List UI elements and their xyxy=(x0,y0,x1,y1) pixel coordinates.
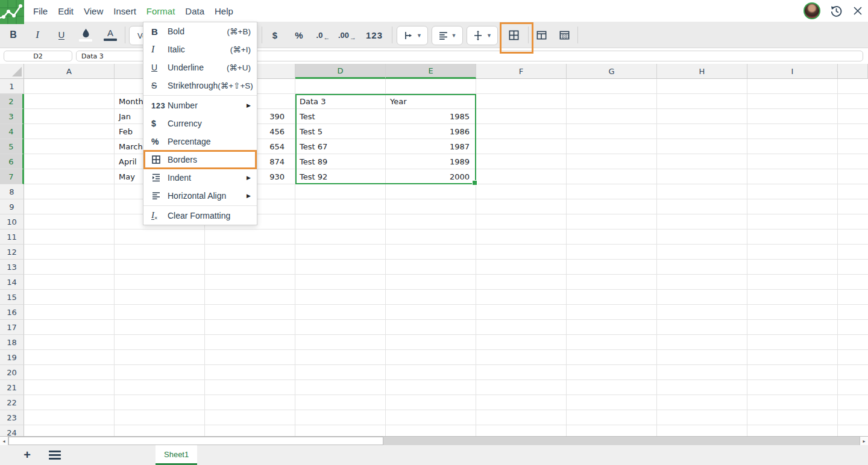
format-menu-item-bold[interactable]: BBold(⌘+B) xyxy=(143,22,257,40)
select-all-corner[interactable] xyxy=(0,64,24,79)
cell-name-box[interactable]: D2 xyxy=(4,51,72,61)
row-header-21[interactable]: 21 xyxy=(0,380,24,395)
format-menu-item-indent[interactable]: Indent▶ xyxy=(143,169,257,187)
format-menu-item-currency[interactable]: $Currency xyxy=(143,114,257,133)
column-header-G[interactable]: G xyxy=(567,64,657,79)
decrease-decimals-icon: .0← xyxy=(316,31,330,40)
column-header-partial[interactable] xyxy=(838,64,868,79)
column-header-E[interactable]: E xyxy=(386,64,476,79)
column-header-D[interactable]: D xyxy=(295,64,386,79)
scrollbar-thumb[interactable] xyxy=(8,437,383,445)
history-icon[interactable] xyxy=(830,5,843,17)
cell-D3[interactable]: Test xyxy=(295,109,386,124)
format-menu-item-percentage[interactable]: %Percentage xyxy=(143,133,257,151)
cell-D4[interactable]: Test 5 xyxy=(295,124,386,139)
row-header-13[interactable]: 13 xyxy=(0,260,24,275)
avatar[interactable] xyxy=(804,2,820,19)
row-header-1[interactable]: 1 xyxy=(0,79,24,94)
row-header-9[interactable]: 9 xyxy=(0,199,24,214)
cell-D2[interactable]: Data 3 xyxy=(295,94,386,109)
row-header-20[interactable]: 20 xyxy=(0,365,24,380)
format-menu-item-borders[interactable]: Borders xyxy=(143,151,257,169)
row-header-19[interactable]: 19 xyxy=(0,350,24,365)
row-header-4[interactable]: 4 xyxy=(0,124,24,139)
menu-item-edit[interactable]: Edit xyxy=(58,6,74,16)
table-header-button[interactable] xyxy=(530,25,552,45)
cell-D5[interactable]: Test 67 xyxy=(295,139,386,154)
cell-E4[interactable]: 1986 xyxy=(386,124,476,139)
row-header-2[interactable]: 2 xyxy=(0,94,24,109)
close-icon[interactable] xyxy=(852,5,863,16)
cell-D7[interactable]: Test 92 xyxy=(295,169,386,184)
horizontal-align-dropdown[interactable]: ▼ xyxy=(432,26,463,45)
row-header-22[interactable]: 22 xyxy=(0,395,24,410)
row-header-5[interactable]: 5 xyxy=(0,139,24,154)
menu-item-label: Bold xyxy=(168,27,184,36)
row-header-16[interactable]: 16 xyxy=(0,305,24,320)
format-menu-item-italic[interactable]: IItalic(⌘+I) xyxy=(143,40,257,58)
cell-E3[interactable]: 1985 xyxy=(386,109,476,124)
menu-item-view[interactable]: View xyxy=(84,6,103,16)
menu-item-insert[interactable]: Insert xyxy=(113,6,136,16)
scroll-left-arrow[interactable]: ◂ xyxy=(0,437,8,445)
cell-E2[interactable]: Year xyxy=(386,94,476,109)
sheet-tab-sheet1[interactable]: Sheet1 xyxy=(156,445,197,465)
cell-E5[interactable]: 1987 xyxy=(386,139,476,154)
row-header-17[interactable]: 17 xyxy=(0,320,24,335)
text-color-button[interactable]: A xyxy=(98,25,122,45)
row-header-12[interactable]: 12 xyxy=(0,245,24,260)
toolbar-divider xyxy=(500,27,501,43)
format-menu-item-underline[interactable]: UUnderline(⌘+U) xyxy=(143,58,257,76)
row-header-8[interactable]: 8 xyxy=(0,184,24,199)
column-header-I[interactable]: I xyxy=(747,64,838,79)
format-menu-item-horizontal-align[interactable]: Horizontal Align▶ xyxy=(143,187,257,205)
row-header-24[interactable]: 24 xyxy=(0,425,24,436)
bold-button[interactable]: B xyxy=(1,25,25,45)
menu-item-data[interactable]: Data xyxy=(185,6,204,16)
row-header-15[interactable]: 15 xyxy=(0,290,24,305)
merge-cells-dropdown[interactable]: ▼ xyxy=(397,26,428,45)
column-header-H[interactable]: H xyxy=(657,64,747,79)
format-menu-item-number[interactable]: 123Number▶ xyxy=(143,96,257,114)
toolbar: B I U A Ve $ % .0← xyxy=(0,22,868,48)
row-header-6[interactable]: 6 xyxy=(0,154,24,169)
column-header-A[interactable]: A xyxy=(24,64,115,79)
row-header-10[interactable]: 10 xyxy=(0,214,24,229)
row-header-14[interactable]: 14 xyxy=(0,275,24,290)
column-header-F[interactable]: F xyxy=(476,64,567,79)
cell-E7[interactable]: 2000 xyxy=(386,169,476,184)
scroll-right-arrow[interactable]: ▸ xyxy=(860,437,868,445)
row-header-23[interactable]: 23 xyxy=(0,410,24,425)
italic-button[interactable]: I xyxy=(25,25,49,45)
decrease-decimals-button[interactable]: .0← xyxy=(311,25,335,45)
bold-icon: B xyxy=(10,30,17,40)
menu-item-file[interactable]: File xyxy=(33,6,48,16)
fill-handle[interactable] xyxy=(472,180,477,186)
menu-item-label: Strikethrough xyxy=(168,81,218,90)
cell-D6[interactable]: Test 89 xyxy=(295,154,386,169)
row-header-18[interactable]: 18 xyxy=(0,335,24,350)
number-format-button[interactable]: 123 xyxy=(360,25,388,45)
percentage-button[interactable]: % xyxy=(287,25,311,45)
fill-color-button[interactable] xyxy=(74,25,98,45)
menu-item-help[interactable]: Help xyxy=(215,6,233,16)
table-grid-button[interactable] xyxy=(553,25,575,45)
app-logo-icon[interactable] xyxy=(0,0,24,24)
add-sheet-button[interactable]: + xyxy=(20,445,34,465)
increase-decimals-button[interactable]: .00→ xyxy=(335,25,359,45)
chevron-down-icon: ▼ xyxy=(417,33,422,39)
format-menu-item-strikethrough[interactable]: SStrikethrough(⌘+⇧+S) xyxy=(143,76,257,95)
cell-E6[interactable]: 1989 xyxy=(386,154,476,169)
sheet-list-button[interactable] xyxy=(47,445,63,465)
row-header-11[interactable]: 11 xyxy=(0,229,24,245)
borders-button[interactable] xyxy=(503,25,524,45)
vertical-align-dropdown[interactable]: ▼ xyxy=(467,26,498,45)
row-header-7[interactable]: 7 xyxy=(0,169,24,184)
row-header-3[interactable]: 3 xyxy=(0,109,24,124)
menu-item-format[interactable]: Format xyxy=(146,6,175,16)
format-menu-item-clear-formatting[interactable]: I×Clear Formatting xyxy=(143,207,257,225)
currency-button[interactable]: $ xyxy=(263,25,287,45)
chevron-down-icon: ▼ xyxy=(486,33,492,39)
underline-button[interactable]: U xyxy=(49,25,74,45)
horizontal-scrollbar[interactable]: ◂ ▸ xyxy=(0,436,868,445)
